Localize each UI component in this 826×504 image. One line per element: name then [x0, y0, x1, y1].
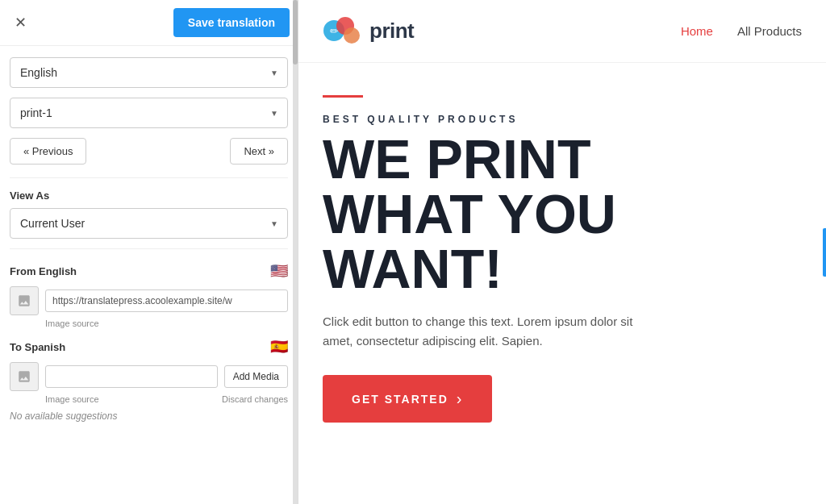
- to-hints-row: Image source Discard changes: [45, 394, 288, 404]
- hero-section: BEST QUALITY PRODUCTS WE PRINT WHAT YOU …: [298, 63, 826, 447]
- svg-point-3: [344, 27, 360, 44]
- hero-title-line1: WE PRINT: [323, 131, 802, 186]
- view-as-select-wrapper: Current User Guest Editor: [10, 208, 288, 239]
- nav-all-products-link[interactable]: All Products: [737, 24, 802, 38]
- hero-title-line3: WANT!: [323, 241, 802, 296]
- to-section: To Spanish 🇪🇸 Add Media Image source Dis…: [10, 338, 288, 422]
- view-as-label: View As: [10, 190, 288, 202]
- language-select-wrapper: English Spanish French: [10, 57, 288, 88]
- site-navbar: ✏ print Home All Products: [298, 0, 826, 63]
- panel-content: English Spanish French print-1 print-2 p…: [0, 46, 298, 433]
- cta-arrow-icon: ›: [457, 389, 464, 408]
- language-select[interactable]: English Spanish French: [10, 57, 288, 88]
- divider-1: [10, 177, 288, 178]
- logo-text: print: [369, 19, 414, 44]
- hero-title: WE PRINT WHAT YOU WANT!: [323, 131, 802, 296]
- no-suggestions-text: No available suggestions: [10, 410, 288, 422]
- from-lang-header: From English 🇺🇸: [10, 262, 288, 280]
- logo-icon: ✏: [323, 13, 363, 49]
- nav-buttons: « Previous Next »: [10, 138, 288, 165]
- page-select[interactable]: print-1 print-2 print-3: [10, 98, 288, 128]
- scroll-thumb[interactable]: [293, 0, 298, 65]
- from-translation-row: [10, 286, 288, 315]
- to-image-placeholder: [10, 362, 39, 391]
- hero-title-line2: WHAT YOU: [323, 186, 802, 241]
- nav-links: Home All Products: [681, 24, 802, 38]
- to-image-icon: [17, 369, 31, 384]
- site-preview: ✏ print Home All Products BEST QUALITY P…: [298, 0, 826, 504]
- to-url-input[interactable]: [45, 365, 218, 388]
- site-logo: ✏ print: [323, 13, 414, 49]
- from-image-hint: Image source: [45, 319, 288, 328]
- from-lang-label: From English: [10, 265, 77, 277]
- cta-button[interactable]: GET STARTED ›: [323, 375, 492, 423]
- divider-2: [10, 248, 288, 249]
- close-button[interactable]: ✕: [8, 10, 33, 35]
- to-lang-header: To Spanish 🇪🇸: [10, 338, 288, 356]
- to-lang-label: To Spanish: [10, 341, 65, 353]
- hero-description: Click edit button to change this text. L…: [323, 312, 661, 351]
- cta-label: GET STARTED: [352, 393, 448, 406]
- from-url-input[interactable]: [45, 289, 288, 312]
- to-translation-row: Add Media: [10, 362, 288, 391]
- from-image-placeholder: [10, 286, 39, 315]
- from-section: From English 🇺🇸 Image source To Spanish …: [10, 262, 288, 422]
- to-image-hint: Image source: [45, 394, 99, 404]
- hero-accent-line: [323, 95, 363, 98]
- from-flag-icon: 🇺🇸: [270, 262, 288, 280]
- view-as-select[interactable]: Current User Guest Editor: [10, 208, 288, 239]
- scrollbar[interactable]: [293, 0, 298, 504]
- next-button[interactable]: Next »: [230, 138, 288, 165]
- save-translation-button[interactable]: Save translation: [173, 8, 290, 37]
- edit-indicator: [823, 228, 826, 277]
- to-flag-icon: 🇪🇸: [270, 338, 288, 356]
- panel-header: ✕ Save translation: [0, 0, 298, 46]
- page-select-wrapper: print-1 print-2 print-3: [10, 98, 288, 128]
- nav-home-link[interactable]: Home: [681, 24, 713, 38]
- image-icon: [17, 294, 31, 308]
- add-media-button[interactable]: Add Media: [224, 365, 288, 388]
- hero-subtitle: BEST QUALITY PRODUCTS: [323, 114, 802, 125]
- discard-changes-link[interactable]: Discard changes: [222, 394, 288, 404]
- previous-button[interactable]: « Previous: [10, 138, 86, 165]
- translation-panel: ✕ Save translation English Spanish Frenc…: [0, 0, 298, 504]
